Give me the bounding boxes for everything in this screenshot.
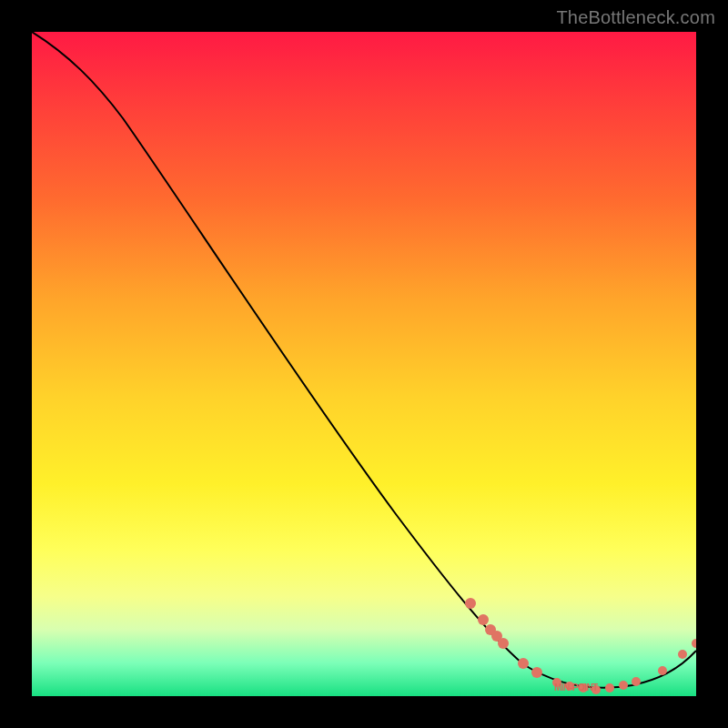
min-point-label: MIN-POINT	[554, 682, 598, 693]
data-point	[692, 639, 696, 648]
data-point	[658, 666, 667, 675]
data-point	[531, 667, 542, 678]
bottleneck-curve-svg: MIN-POINT	[32, 32, 696, 696]
watermark-text: TheBottleneck.com	[556, 7, 715, 28]
data-point	[478, 614, 489, 625]
chart-plot-area: MIN-POINT	[32, 32, 696, 696]
data-point	[518, 658, 529, 669]
data-point	[632, 677, 641, 686]
data-point	[498, 638, 509, 649]
data-point	[619, 681, 628, 690]
bottleneck-curve-line	[32, 32, 696, 688]
data-point	[465, 598, 476, 609]
curve-markers	[465, 598, 696, 694]
data-point	[678, 650, 687, 659]
data-point	[605, 683, 614, 693]
